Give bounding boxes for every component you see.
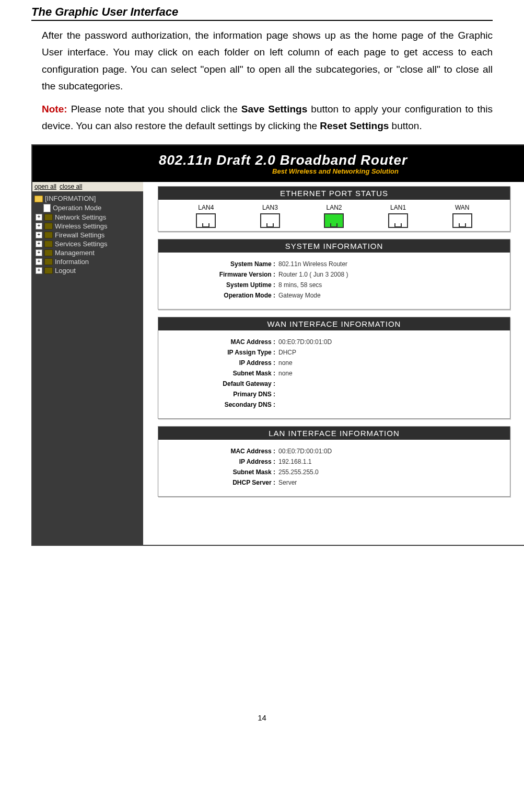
port-label: WAN — [452, 204, 472, 211]
folder-icon — [44, 232, 53, 238]
tree-label: Operation Mode — [53, 204, 101, 212]
tree-root[interactable]: [INFORMATION] — [32, 191, 143, 203]
kv-key: Default Gateway : — [166, 380, 278, 387]
port-label: LAN3 — [260, 204, 280, 211]
kv-key: MAC Address : — [166, 448, 278, 455]
panel-header: SYSTEM INFORMATION — [158, 239, 510, 253]
port-lan2: LAN2 — [324, 204, 344, 228]
tree-item-wireless-settings[interactable]: + Wireless Settings — [32, 222, 143, 231]
kv-val: 00:E0:7D:00:01:0D — [278, 338, 503, 346]
folder-icon — [44, 249, 53, 256]
system-information-panel: SYSTEM INFORMATION System Name :802.11n … — [158, 239, 510, 310]
router-subtitle: Best Wireless and Networking Solution — [272, 167, 399, 175]
tree-label: Network Settings — [55, 213, 106, 221]
save-settings-name: Save Settings — [241, 104, 307, 115]
note-label: Note: — [42, 104, 67, 115]
tree-label: Information — [55, 258, 89, 266]
panel-header: WAN INTERFACE INFORMATION — [158, 317, 510, 330]
kv-val: DHCP — [278, 349, 503, 356]
kv-val — [278, 401, 503, 408]
tree-item-network-settings[interactable]: + Network Settings — [32, 213, 143, 222]
main-content: ETHERNET PORT STATUS LAN4 LAN3 — [143, 182, 524, 545]
kv-key: Firmware Version : — [166, 271, 278, 278]
kv-val: Server — [278, 479, 503, 486]
kv-val: none — [278, 370, 503, 377]
ethernet-port-icon — [452, 213, 472, 228]
lan-interface-panel: LAN INTERFACE INFORMATION MAC Address :0… — [158, 426, 510, 497]
wan-interface-panel: WAN INTERFACE INFORMATION MAC Address :0… — [158, 317, 510, 419]
kv-val: 8 mins, 58 secs — [278, 281, 503, 289]
kv-key: Subnet Mask : — [166, 370, 278, 377]
folder-icon — [44, 267, 53, 274]
ethernet-port-icon — [388, 213, 408, 228]
router-admin-screenshot: 802.11n Draft 2.0 Broadband Router Best … — [31, 144, 524, 546]
tree-item-operation-mode[interactable]: Operation Mode — [32, 203, 143, 213]
port-lan4: LAN4 — [196, 204, 216, 228]
page-number: 14 — [31, 713, 493, 729]
kv-val: Gateway Mode — [278, 292, 503, 299]
ethernet-port-icon — [260, 213, 280, 228]
open-folder-icon — [34, 196, 43, 202]
kv-val — [278, 391, 503, 398]
kv-val: 192.168.1.1 — [278, 458, 503, 465]
port-label: LAN2 — [324, 204, 344, 211]
sidebar-top-controls: open all close all — [32, 182, 143, 191]
kv-key: DHCP Server : — [166, 479, 278, 486]
kv-key: IP Address : — [166, 458, 278, 465]
router-title: 802.11n Draft 2.0 Broadband Router — [159, 152, 407, 168]
reset-settings-name: Reset Settings — [320, 120, 389, 131]
tree-item-services-settings[interactable]: + Services Settings — [32, 239, 143, 248]
kv-val: 802.11n Wireless Router — [278, 260, 503, 268]
section-title: The Graphic User Interface — [31, 5, 493, 21]
folder-icon — [44, 258, 53, 265]
port-lan3: LAN3 — [260, 204, 280, 228]
kv-key: MAC Address : — [166, 338, 278, 346]
open-all-link[interactable]: open all — [34, 183, 56, 190]
kv-val: none — [278, 359, 503, 367]
port-wan: WAN — [452, 204, 472, 228]
folder-icon — [44, 241, 53, 247]
expand-icon[interactable]: + — [36, 214, 42, 221]
tree-root-label: [INFORMATION] — [45, 195, 96, 202]
kv-key: Primary DNS : — [166, 391, 278, 398]
kv-key: Subnet Mask : — [166, 468, 278, 476]
kv-key: Operation Mode : — [166, 292, 278, 299]
expand-icon[interactable]: + — [36, 223, 42, 230]
note-text-a: Please note that you should click the — [67, 104, 241, 115]
document-icon — [43, 204, 51, 212]
port-label: LAN4 — [196, 204, 216, 211]
note-paragraph: Note: Please note that you should click … — [42, 101, 493, 135]
kv-val: 00:E0:7D:00:01:0D — [278, 448, 503, 455]
folder-icon — [44, 214, 53, 221]
tree-label: Management — [55, 249, 95, 257]
tree-label: Logout — [55, 267, 76, 275]
tree-item-management[interactable]: + Management — [32, 248, 143, 257]
port-lan1: LAN1 — [388, 204, 408, 228]
close-all-link[interactable]: close all — [60, 183, 82, 190]
tree-item-information[interactable]: + Information — [32, 257, 143, 266]
kv-val: 255.255.255.0 — [278, 468, 503, 476]
note-text-c: button. — [389, 120, 422, 131]
router-header: 802.11n Draft 2.0 Broadband Router Best … — [32, 145, 524, 182]
tree-label: Firewall Settings — [55, 231, 104, 239]
kv-key: IP Address : — [166, 359, 278, 367]
tree-label: Services Settings — [55, 240, 107, 248]
tree-item-logout[interactable]: + Logout — [32, 266, 143, 275]
ethernet-port-status-panel: ETHERNET PORT STATUS LAN4 LAN3 — [158, 186, 510, 232]
ethernet-port-icon-active — [324, 213, 344, 228]
expand-icon[interactable]: + — [36, 249, 42, 256]
expand-icon[interactable]: + — [36, 241, 42, 247]
port-label: LAN1 — [388, 204, 408, 211]
tree-label: Wireless Settings — [55, 222, 107, 230]
tree-item-firewall-settings[interactable]: + Firewall Settings — [32, 231, 143, 239]
expand-icon[interactable]: + — [36, 232, 42, 238]
ethernet-port-icon — [196, 213, 216, 228]
sidebar: open all close all [INFORMATION] Operati… — [32, 182, 143, 545]
kv-val — [278, 380, 503, 387]
expand-icon[interactable]: + — [36, 258, 42, 265]
kv-val: Router 1.0 ( Jun 3 2008 ) — [278, 271, 503, 278]
expand-icon[interactable]: + — [36, 267, 42, 274]
kv-key: Secondary DNS : — [166, 401, 278, 408]
kv-key: System Uptime : — [166, 281, 278, 289]
kv-key: IP Assign Type : — [166, 349, 278, 356]
